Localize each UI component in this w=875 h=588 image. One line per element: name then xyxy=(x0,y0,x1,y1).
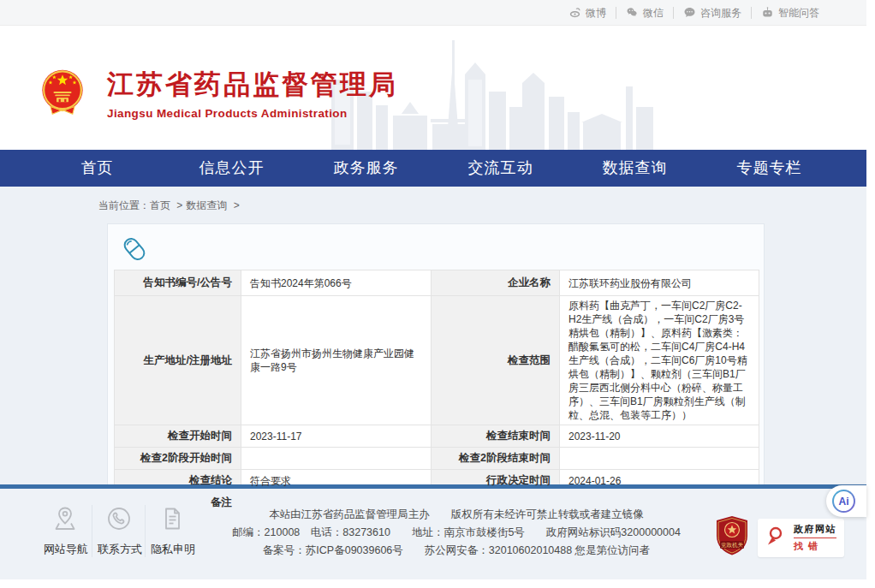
nav-item-home[interactable]: 首页 xyxy=(30,150,164,187)
field-label: 检查2阶段开始时间 xyxy=(115,448,241,470)
find-error-action: 找错 xyxy=(794,540,836,553)
table-row: 生产地址/注册地址 江苏省扬州市扬州生物健康产业园健康一路9号 检查范围 原料药… xyxy=(115,296,759,425)
field-label: 企业名称 xyxy=(432,270,560,296)
site-title: 江苏省药品监督管理局 xyxy=(107,67,398,103)
topbar-link-consult[interactable]: 咨询服务 xyxy=(674,7,752,19)
breadcrumb-separator: > xyxy=(176,199,182,211)
table-row: 检查2阶段开始时间 检查2阶段结束时间 xyxy=(115,448,759,470)
footer-badges: 党政机关 政府网站 找错 xyxy=(715,503,844,560)
field-value: 2023-11-17 xyxy=(241,425,432,448)
pill-icon xyxy=(120,235,758,264)
site-header: 江苏省药品监督管理局 Jiangsu Medical Products Admi… xyxy=(0,26,866,150)
party-gov-badge-label: 党政机关 xyxy=(721,542,744,549)
topbar-link-wechat[interactable]: 微信 xyxy=(616,7,674,19)
breadcrumb-link-home[interactable]: 首页 xyxy=(150,199,170,211)
topbar-link-label: 微博 xyxy=(586,7,606,19)
breadcrumb-separator: > xyxy=(234,199,240,211)
main-nav: 首页 信息公开 政务服务 交流互动 数据查询 专题专栏 xyxy=(0,150,866,187)
topbar-link-label: 咨询服务 xyxy=(700,7,741,19)
party-gov-badge[interactable]: 党政机关 xyxy=(715,515,749,560)
national-emblem-logo xyxy=(39,68,86,119)
nav-item-special-topics[interactable]: 专题专栏 xyxy=(702,150,836,187)
inspection-card: 告知书编号/公告号 告知书2024年第066号 企业名称 江苏联环药业股份有限公… xyxy=(107,223,765,526)
robot-icon xyxy=(761,6,774,19)
nav-item-info-disclosure[interactable]: 信息公开 xyxy=(164,150,299,187)
field-label: 生产地址/注册地址 xyxy=(115,296,241,425)
breadcrumb-prefix: 当前位置： xyxy=(98,199,150,211)
topbar-link-smart-qa[interactable]: 智能问答 xyxy=(752,7,829,19)
field-value: 江苏联环药业股份有限公司 xyxy=(560,270,759,296)
brand-text: 江苏省药品监督管理局 Jiangsu Medical Products Admi… xyxy=(107,67,398,120)
field-value xyxy=(241,448,432,470)
field-label: 告知书编号/公告号 xyxy=(115,270,241,296)
page: 微博 微信 咨询服务 智能问答 xyxy=(0,0,866,588)
phone-icon xyxy=(105,520,133,535)
ai-icon: Ai xyxy=(832,490,855,513)
footer-line-host: 本站由江苏省药品监督管理局主办 版权所有未经许可禁止转载或者建立镜像 xyxy=(198,506,715,524)
wechat-icon xyxy=(626,6,639,19)
footer-line-icp: 备案号：苏ICP备09039606号 苏公网安备：32010602010488 … xyxy=(198,542,715,560)
field-value xyxy=(560,448,759,470)
find-error-title: 政府网站 xyxy=(794,523,836,538)
find-error-text: 政府网站 找错 xyxy=(794,523,836,553)
nav-item-gov-services[interactable]: 政务服务 xyxy=(299,150,433,187)
content-area: 当前位置：首页 >数据查询 > 告知书编号/公告号 xyxy=(0,187,866,484)
brand: 江苏省药品监督管理局 Jiangsu Medical Products Admi… xyxy=(39,67,398,120)
inspection-table: 告知书编号/公告号 告知书2024年第066号 企业名称 江苏联环药业股份有限公… xyxy=(114,270,759,514)
field-label: 检查范围 xyxy=(432,296,560,425)
footer-link-site-nav[interactable]: 网站导航 xyxy=(39,505,92,557)
footer-quick-links: 网站导航 联系方式 xyxy=(39,503,198,557)
footer-link-label: 网站导航 xyxy=(44,542,86,557)
ai-label: Ai xyxy=(839,496,849,508)
topbar-link-label: 智能问答 xyxy=(778,7,819,19)
nav-item-data-query[interactable]: 数据查询 xyxy=(568,150,702,187)
table-row: 告知书编号/公告号 告知书2024年第066号 企业名称 江苏联环药业股份有限公… xyxy=(115,270,759,296)
footer: 网站导航 联系方式 xyxy=(0,489,866,579)
field-value: 2023-11-20 xyxy=(560,425,759,448)
footer-info: 本站由江苏省药品监督管理局主办 版权所有未经许可禁止转载或者建立镜像 邮编：21… xyxy=(198,503,715,560)
site-subtitle: Jiangsu Medical Products Administration xyxy=(107,107,398,120)
topbar-link-label: 微信 xyxy=(643,7,664,19)
magnifier-icon xyxy=(765,525,788,550)
nav-item-interaction[interactable]: 交流互动 xyxy=(433,150,568,187)
footer-link-contact[interactable]: 联系方式 xyxy=(92,505,145,557)
find-error-badge[interactable]: 政府网站 找错 xyxy=(758,519,844,557)
chat-bubble-icon xyxy=(683,6,696,19)
footer-link-label: 联系方式 xyxy=(98,542,140,557)
footer-link-label: 隐私申明 xyxy=(151,542,193,557)
breadcrumb: 当前位置：首页 >数据查询 > xyxy=(98,199,866,213)
field-label: 检查开始时间 xyxy=(115,425,241,448)
table-row: 检查开始时间 2023-11-17 检查结束时间 2023-11-20 xyxy=(115,425,759,448)
footer-link-privacy[interactable]: 隐私申明 xyxy=(145,505,198,557)
topbar: 微博 微信 咨询服务 智能问答 xyxy=(0,0,866,26)
field-value: 告知书2024年第066号 xyxy=(241,270,432,296)
privacy-doc-icon xyxy=(158,520,186,535)
field-label: 检查结束时间 xyxy=(432,425,560,448)
ai-assistant-button[interactable]: Ai xyxy=(826,485,866,517)
field-value: 江苏省扬州市扬州生物健康产业园健康一路9号 xyxy=(241,296,432,425)
topbar-link-weibo[interactable]: 微博 xyxy=(559,7,616,19)
field-label: 检查2阶段结束时间 xyxy=(432,448,560,470)
map-pin-icon xyxy=(51,520,79,535)
footer-line-contact: 邮编：210008 电话：83273610 地址：南京市鼓楼街5号 政府网站标识… xyxy=(198,524,715,542)
breadcrumb-link-data-query[interactable]: 数据查询 xyxy=(186,199,227,211)
field-value: 原料药【曲克芦丁，一车间C2厂房C2-H2生产线（合成），一车间C2厂房3号精烘… xyxy=(560,296,759,425)
weibo-icon xyxy=(568,6,581,19)
